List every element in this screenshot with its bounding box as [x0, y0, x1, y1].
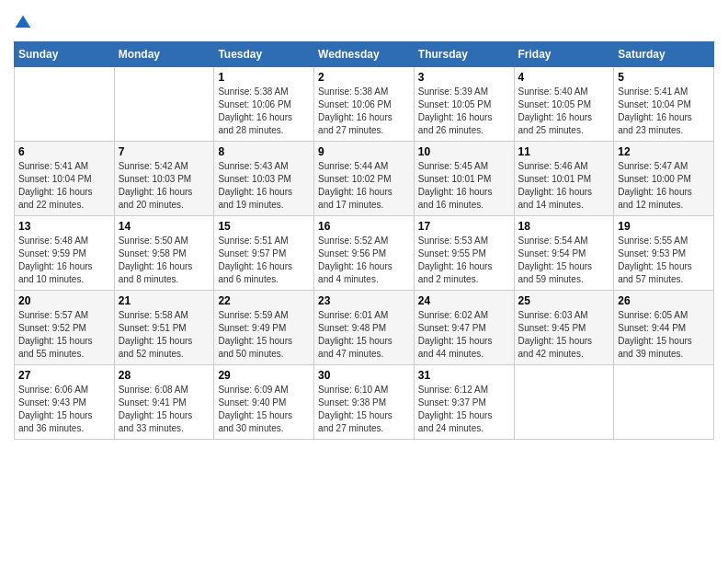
calendar-week-row: 20Sunrise: 5:57 AMSunset: 9:52 PMDayligh…	[15, 291, 714, 365]
day-info: Sunrise: 5:42 AMSunset: 10:03 PMDaylight…	[119, 160, 210, 212]
day-number: 24	[418, 294, 510, 307]
day-info: Sunrise: 5:38 AMSunset: 10:06 PMDaylight…	[318, 86, 410, 137]
day-number: 5	[618, 71, 710, 84]
day-number: 10	[418, 145, 510, 158]
calendar-cell: 24Sunrise: 6:02 AMSunset: 9:47 PMDayligh…	[414, 291, 514, 365]
day-number: 26	[618, 294, 710, 307]
weekday-header: Wednesday	[314, 42, 415, 67]
day-info: Sunrise: 5:41 AMSunset: 10:04 PMDaylight…	[618, 86, 710, 137]
day-info: Sunrise: 5:52 AMSunset: 9:56 PMDaylight:…	[318, 235, 410, 286]
calendar-cell: 31Sunrise: 6:12 AMSunset: 9:37 PMDayligh…	[414, 365, 514, 440]
calendar-cell: 1Sunrise: 5:38 AMSunset: 10:06 PMDayligh…	[214, 67, 314, 142]
logo-icon	[14, 14, 32, 32]
calendar-cell	[114, 67, 214, 142]
day-number: 23	[318, 294, 410, 307]
calendar-cell: 19Sunrise: 5:55 AMSunset: 9:53 PMDayligh…	[614, 216, 714, 291]
calendar-cell: 11Sunrise: 5:46 AMSunset: 10:01 PMDaylig…	[514, 142, 614, 216]
calendar-cell	[514, 365, 614, 440]
calendar-cell: 22Sunrise: 5:59 AMSunset: 9:49 PMDayligh…	[214, 291, 314, 365]
calendar-cell: 25Sunrise: 6:03 AMSunset: 9:45 PMDayligh…	[514, 291, 614, 365]
day-number: 14	[119, 220, 210, 233]
page-header	[14, 14, 714, 32]
day-number: 25	[518, 294, 610, 307]
calendar-cell: 16Sunrise: 5:52 AMSunset: 9:56 PMDayligh…	[314, 216, 415, 291]
calendar-cell: 18Sunrise: 5:54 AMSunset: 9:54 PMDayligh…	[514, 216, 614, 291]
day-number: 27	[18, 369, 110, 382]
weekday-header: Friday	[514, 42, 614, 67]
calendar-table: SundayMondayTuesdayWednesdayThursdayFrid…	[14, 41, 714, 440]
calendar-week-row: 1Sunrise: 5:38 AMSunset: 10:06 PMDayligh…	[15, 67, 714, 142]
day-info: Sunrise: 5:53 AMSunset: 9:55 PMDaylight:…	[418, 235, 510, 286]
calendar-cell: 13Sunrise: 5:48 AMSunset: 9:59 PMDayligh…	[15, 216, 115, 291]
day-number: 1	[218, 71, 310, 84]
day-info: Sunrise: 6:01 AMSunset: 9:48 PMDaylight:…	[318, 309, 410, 361]
day-info: Sunrise: 6:02 AMSunset: 9:47 PMDaylight:…	[418, 309, 510, 361]
day-number: 17	[418, 220, 510, 233]
calendar-week-row: 27Sunrise: 6:06 AMSunset: 9:43 PMDayligh…	[15, 365, 714, 440]
calendar-cell: 17Sunrise: 5:53 AMSunset: 9:55 PMDayligh…	[414, 216, 514, 291]
day-number: 30	[318, 369, 410, 382]
day-info: Sunrise: 5:48 AMSunset: 9:59 PMDaylight:…	[18, 235, 110, 286]
calendar-cell: 3Sunrise: 5:39 AMSunset: 10:05 PMDayligh…	[414, 67, 514, 142]
day-number: 22	[218, 294, 310, 307]
calendar-week-row: 13Sunrise: 5:48 AMSunset: 9:59 PMDayligh…	[15, 216, 714, 291]
weekday-header: Tuesday	[214, 42, 314, 67]
day-info: Sunrise: 6:05 AMSunset: 9:44 PMDaylight:…	[618, 309, 710, 361]
calendar-cell: 30Sunrise: 6:10 AMSunset: 9:38 PMDayligh…	[314, 365, 415, 440]
day-info: Sunrise: 5:51 AMSunset: 9:57 PMDaylight:…	[218, 235, 310, 286]
calendar-cell: 10Sunrise: 5:45 AMSunset: 10:01 PMDaylig…	[414, 142, 514, 216]
calendar-cell: 29Sunrise: 6:09 AMSunset: 9:40 PMDayligh…	[214, 365, 314, 440]
day-info: Sunrise: 5:50 AMSunset: 9:58 PMDaylight:…	[119, 235, 210, 286]
weekday-header: Sunday	[15, 42, 115, 67]
calendar-cell: 5Sunrise: 5:41 AMSunset: 10:04 PMDayligh…	[614, 67, 714, 142]
day-number: 9	[318, 145, 410, 158]
day-number: 11	[518, 145, 610, 158]
day-info: Sunrise: 6:12 AMSunset: 9:37 PMDaylight:…	[418, 384, 510, 435]
day-number: 16	[318, 220, 410, 233]
calendar-cell: 7Sunrise: 5:42 AMSunset: 10:03 PMDayligh…	[114, 142, 214, 216]
calendar-cell: 2Sunrise: 5:38 AMSunset: 10:06 PMDayligh…	[314, 67, 415, 142]
calendar-cell: 28Sunrise: 6:08 AMSunset: 9:41 PMDayligh…	[114, 365, 214, 440]
svg-marker-0	[16, 16, 31, 28]
day-number: 12	[618, 145, 710, 158]
calendar-cell: 27Sunrise: 6:06 AMSunset: 9:43 PMDayligh…	[15, 365, 115, 440]
day-info: Sunrise: 5:58 AMSunset: 9:51 PMDaylight:…	[119, 309, 210, 361]
day-info: Sunrise: 5:59 AMSunset: 9:49 PMDaylight:…	[218, 309, 310, 361]
day-number: 19	[618, 220, 710, 233]
day-info: Sunrise: 6:06 AMSunset: 9:43 PMDaylight:…	[18, 384, 110, 435]
calendar-cell: 9Sunrise: 5:44 AMSunset: 10:02 PMDayligh…	[314, 142, 415, 216]
day-info: Sunrise: 5:44 AMSunset: 10:02 PMDaylight…	[318, 160, 410, 212]
calendar-cell: 14Sunrise: 5:50 AMSunset: 9:58 PMDayligh…	[114, 216, 214, 291]
day-info: Sunrise: 5:41 AMSunset: 10:04 PMDaylight…	[18, 160, 110, 212]
calendar-cell: 12Sunrise: 5:47 AMSunset: 10:00 PMDaylig…	[614, 142, 714, 216]
calendar-cell: 21Sunrise: 5:58 AMSunset: 9:51 PMDayligh…	[114, 291, 214, 365]
calendar-cell: 15Sunrise: 5:51 AMSunset: 9:57 PMDayligh…	[214, 216, 314, 291]
day-number: 18	[518, 220, 610, 233]
day-number: 20	[18, 294, 110, 307]
day-info: Sunrise: 5:57 AMSunset: 9:52 PMDaylight:…	[18, 309, 110, 361]
day-info: Sunrise: 5:47 AMSunset: 10:00 PMDaylight…	[618, 160, 710, 212]
day-info: Sunrise: 5:39 AMSunset: 10:05 PMDaylight…	[418, 86, 510, 137]
weekday-header: Thursday	[414, 42, 514, 67]
logo	[14, 14, 34, 32]
day-number: 7	[119, 145, 210, 158]
day-number: 15	[218, 220, 310, 233]
day-info: Sunrise: 5:45 AMSunset: 10:01 PMDaylight…	[418, 160, 510, 212]
day-info: Sunrise: 5:54 AMSunset: 9:54 PMDaylight:…	[518, 235, 610, 286]
calendar-cell: 23Sunrise: 6:01 AMSunset: 9:48 PMDayligh…	[314, 291, 415, 365]
day-number: 28	[119, 369, 210, 382]
calendar-week-row: 6Sunrise: 5:41 AMSunset: 10:04 PMDayligh…	[15, 142, 714, 216]
day-info: Sunrise: 5:55 AMSunset: 9:53 PMDaylight:…	[618, 235, 710, 286]
day-number: 6	[18, 145, 110, 158]
weekday-header: Saturday	[614, 42, 714, 67]
calendar-cell	[614, 365, 714, 440]
weekday-header: Monday	[114, 42, 214, 67]
day-info: Sunrise: 5:38 AMSunset: 10:06 PMDaylight…	[218, 86, 310, 137]
day-info: Sunrise: 5:46 AMSunset: 10:01 PMDaylight…	[518, 160, 610, 212]
calendar-cell: 4Sunrise: 5:40 AMSunset: 10:05 PMDayligh…	[514, 67, 614, 142]
day-number: 3	[418, 71, 510, 84]
day-number: 2	[318, 71, 410, 84]
day-number: 4	[518, 71, 610, 84]
day-info: Sunrise: 5:40 AMSunset: 10:05 PMDaylight…	[518, 86, 610, 137]
day-info: Sunrise: 6:09 AMSunset: 9:40 PMDaylight:…	[218, 384, 310, 435]
